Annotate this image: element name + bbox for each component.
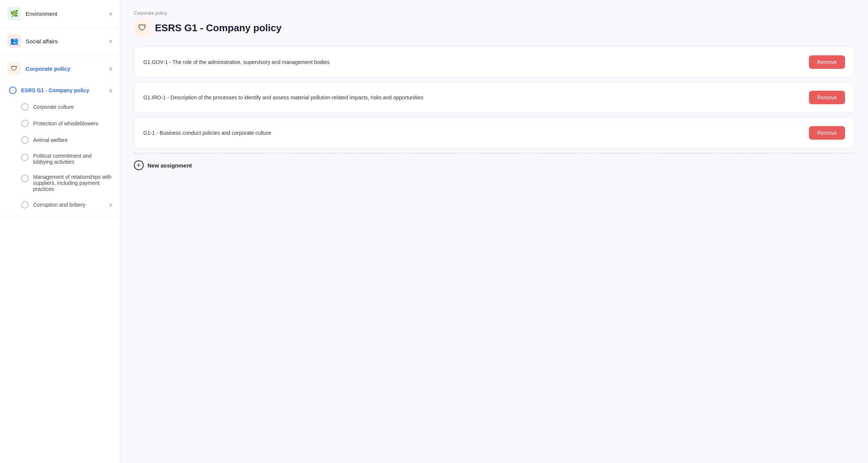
management-label: Management of relationships with supplie… bbox=[33, 174, 112, 192]
corporate-label: Corporate policy bbox=[26, 65, 70, 72]
corporate-subitems: ESRS G1 - Company policy ∧ Corporate cul… bbox=[0, 82, 120, 216]
chevron-up-icon: ∧ bbox=[109, 65, 112, 72]
sidebar-section-corporate: 🛡 Corporate policy ∧ ESRS G1 - Company p… bbox=[0, 55, 120, 216]
radio-political bbox=[21, 154, 29, 161]
new-assignment-row[interactable]: + New assignment bbox=[134, 153, 854, 177]
radio-animal-welfare bbox=[21, 136, 29, 144]
radio-esrs-g1 bbox=[9, 87, 17, 94]
environment-icon: 🌿 bbox=[8, 7, 21, 20]
sidebar-item-social[interactable]: 👥 Social affairs ∨ bbox=[0, 27, 120, 55]
sidebar-item-environment[interactable]: 🌿 Environment ∨ bbox=[0, 0, 120, 27]
assignment-text-g1-1: G1-1 - Business conduct policies and cor… bbox=[143, 129, 800, 137]
sidebar-item-esrs-g1[interactable]: ESRS G1 - Company policy ∧ bbox=[0, 82, 120, 99]
social-icon: 👥 bbox=[8, 34, 21, 48]
corporate-culture-label: Corporate culture bbox=[33, 104, 74, 110]
corporate-icon: 🛡 bbox=[8, 62, 21, 75]
sidebar-item-corporate-culture[interactable]: Corporate culture bbox=[0, 99, 120, 115]
chevron-down-icon: ∨ bbox=[109, 38, 112, 44]
social-label: Social affairs bbox=[26, 38, 58, 44]
radio-whistleblowers bbox=[21, 120, 29, 127]
whistleblowers-label: Protection of whistleblowers bbox=[33, 120, 99, 126]
assignment-card-gov1: G1.GOV-1 - The role of the administrativ… bbox=[134, 47, 854, 78]
animal-welfare-label: Animal welfare bbox=[33, 137, 68, 143]
sidebar-item-animal-welfare[interactable]: Animal welfare bbox=[0, 132, 120, 148]
remove-button-iro1[interactable]: Remove bbox=[809, 91, 845, 104]
assignment-text-gov1: G1.GOV-1 - The role of the administrativ… bbox=[143, 58, 800, 66]
assignment-card-g1-1: G1-1 - Business conduct policies and cor… bbox=[134, 117, 854, 148]
radio-management bbox=[21, 175, 29, 182]
remove-button-g1-1[interactable]: Remove bbox=[809, 126, 845, 140]
sidebar-section-environment: 🌿 Environment ∨ bbox=[0, 0, 120, 27]
remove-button-gov1[interactable]: Remove bbox=[809, 55, 845, 69]
sidebar-item-corporate[interactable]: 🛡 Corporate policy ∧ bbox=[0, 55, 120, 82]
page-title-icon: 🛡 bbox=[134, 20, 150, 36]
radio-corporate-culture bbox=[21, 103, 29, 111]
sidebar-item-political[interactable]: Political commitment and lobbying activi… bbox=[0, 148, 120, 169]
political-label: Political commitment and lobbying activi… bbox=[33, 153, 112, 165]
chevron-up-icon: ∧ bbox=[109, 87, 112, 93]
environment-label: Environment bbox=[26, 11, 57, 17]
assignment-text-iro1: G1.IRO-1 - Description of the processes … bbox=[143, 94, 800, 102]
sidebar: 🌿 Environment ∨ 👥 Social affairs ∨ 🛡 Cor… bbox=[0, 0, 120, 463]
esrs-g1-label: ESRS G1 - Company policy bbox=[21, 87, 89, 93]
chevron-down-icon: ∨ bbox=[109, 11, 112, 17]
page-title-row: 🛡 ESRS G1 - Company policy bbox=[134, 20, 854, 36]
new-assignment-label: New assignment bbox=[147, 162, 192, 169]
main-content: Corporate policy 🛡 ESRS G1 - Company pol… bbox=[120, 0, 868, 463]
plus-icon: + bbox=[134, 160, 144, 170]
sidebar-item-corruption[interactable]: Corruption and bribery ∨ bbox=[0, 196, 120, 213]
page-title: ESRS G1 - Company policy bbox=[155, 22, 282, 34]
sidebar-section-social: 👥 Social affairs ∨ bbox=[0, 27, 120, 55]
chevron-down-icon: ∨ bbox=[109, 202, 112, 208]
radio-corruption bbox=[21, 201, 29, 209]
assignment-card-iro1: G1.IRO-1 - Description of the processes … bbox=[134, 82, 854, 113]
sidebar-item-whistleblowers[interactable]: Protection of whistleblowers bbox=[0, 115, 120, 132]
breadcrumb: Corporate policy bbox=[134, 11, 854, 16]
corruption-label: Corruption and bribery bbox=[33, 202, 85, 208]
sidebar-item-management[interactable]: Management of relationships with supplie… bbox=[0, 169, 120, 196]
assignments-list: G1.GOV-1 - The role of the administrativ… bbox=[134, 47, 854, 148]
